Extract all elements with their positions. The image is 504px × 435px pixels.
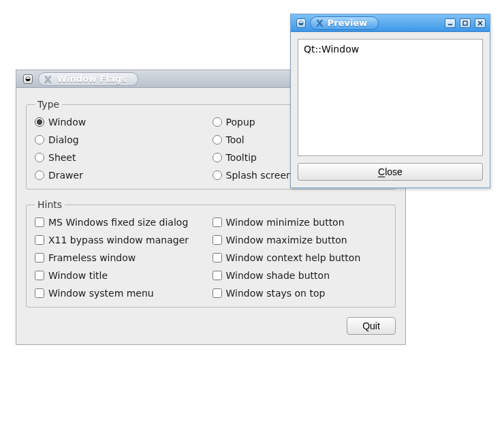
type-radio-label: Tooltip — [226, 152, 257, 163]
close-window-button[interactable] — [475, 18, 486, 28]
type-radio-label: Sheet — [48, 152, 76, 163]
hint-checkbox-label: Window minimize button — [226, 217, 345, 228]
type-radio-drawer[interactable]: Drawer — [35, 170, 210, 181]
preview-window-title: Preview — [328, 18, 368, 28]
type-radio-input-tooltip[interactable] — [212, 153, 222, 162]
hint-checkbox-label: MS Windows fixed size dialog — [48, 217, 188, 228]
preview-content: Qt::Window — [298, 39, 483, 156]
hint-checkbox-label: Window stays on top — [226, 288, 326, 299]
preview-titlebar[interactable]: ◒ X Preview — [291, 14, 490, 32]
hint-checkbox-window-system-menu[interactable]: Window system menu — [35, 288, 210, 299]
type-legend: Type — [35, 99, 62, 110]
hint-checkbox-input-x11-bypass-window-manager[interactable] — [35, 235, 44, 245]
hint-checkbox-input-window-system-menu[interactable] — [35, 288, 44, 298]
svg-rect-1 — [463, 21, 467, 25]
hint-checkbox-frameless-window[interactable]: Frameless window — [35, 252, 210, 263]
x-logo-icon: X — [44, 74, 52, 85]
hint-checkbox-x11-bypass-window-manager[interactable]: X11 bypass window manager — [35, 235, 210, 245]
hint-checkbox-input-window-shade-button[interactable] — [212, 271, 222, 280]
minimize-button[interactable] — [445, 18, 456, 28]
hint-checkbox-ms-windows-fixed-size-dialog[interactable]: MS Windows fixed size dialog — [35, 217, 210, 228]
main-window-title: Window Flags — [57, 74, 127, 84]
type-radio-input-window[interactable] — [35, 117, 44, 127]
hint-checkbox-window-stays-on-top[interactable]: Window stays on top — [212, 288, 388, 299]
hint-checkbox-label: Window context help button — [226, 252, 361, 263]
hint-checkbox-window-shade-button[interactable]: Window shade button — [212, 270, 388, 281]
hints-group: Hints MS Windows fixed size dialogX11 by… — [26, 199, 396, 308]
hint-checkbox-label: Window title — [48, 270, 108, 281]
type-radio-input-dialog[interactable] — [35, 135, 44, 145]
preview-x-logo-icon: X — [316, 18, 324, 29]
type-radio-input-tool[interactable] — [212, 135, 222, 145]
hints-legend: Hints — [35, 199, 65, 210]
preview-system-menu-icon[interactable]: ◒ — [296, 18, 306, 28]
main-title-pill: X Window Flags — [38, 72, 138, 86]
hint-checkbox-label: Window shade button — [226, 270, 330, 281]
type-radio-label: Window — [48, 117, 86, 127]
preview-body: Qt::Window Close — [291, 32, 490, 188]
hint-checkbox-input-frameless-window[interactable] — [35, 253, 44, 262]
type-radio-label: Drawer — [48, 170, 83, 181]
type-radio-input-drawer[interactable] — [35, 170, 44, 180]
hint-checkbox-input-window-minimize-button[interactable] — [212, 217, 222, 227]
type-radio-window[interactable]: Window — [35, 117, 210, 127]
type-radio-label: Splash screen — [226, 170, 292, 181]
hint-checkbox-window-title[interactable]: Window title — [35, 270, 210, 281]
type-radio-input-splash-screen[interactable] — [212, 170, 222, 180]
type-radio-label: Tool — [226, 134, 245, 145]
hint-checkbox-window-context-help-button[interactable]: Window context help button — [212, 252, 388, 263]
type-radio-input-sheet[interactable] — [35, 153, 44, 162]
hint-checkbox-label: X11 bypass window manager — [48, 235, 189, 245]
hint-checkbox-label: Window system menu — [48, 288, 154, 299]
quit-button[interactable]: Quit — [347, 317, 396, 335]
system-menu-icon[interactable]: ◒ — [23, 74, 33, 84]
type-radio-input-popup[interactable] — [212, 117, 222, 127]
maximize-button[interactable] — [460, 18, 471, 28]
hint-checkbox-window-maximize-button[interactable]: Window maximize button — [212, 235, 388, 245]
hint-checkbox-input-window-stays-on-top[interactable] — [212, 288, 222, 298]
type-radio-label: Dialog — [48, 134, 79, 145]
close-button[interactable]: Close — [298, 163, 483, 181]
hint-checkbox-label: Frameless window — [48, 252, 136, 263]
hint-checkbox-window-minimize-button[interactable]: Window minimize button — [212, 217, 388, 228]
hint-checkbox-label: Window maximize button — [226, 235, 347, 245]
hint-checkbox-input-window-maximize-button[interactable] — [212, 235, 222, 245]
hint-checkbox-input-window-title[interactable] — [35, 271, 44, 280]
type-radio-label: Popup — [226, 117, 255, 127]
preview-window: ◒ X Preview Qt::Window Close — [290, 14, 490, 188]
type-radio-sheet[interactable]: Sheet — [35, 152, 210, 163]
hint-checkbox-input-ms-windows-fixed-size-dialog[interactable] — [35, 217, 44, 227]
type-radio-dialog[interactable]: Dialog — [35, 134, 210, 145]
hint-checkbox-input-window-context-help-button[interactable] — [212, 253, 222, 262]
preview-title-pill: X Preview — [310, 16, 379, 30]
